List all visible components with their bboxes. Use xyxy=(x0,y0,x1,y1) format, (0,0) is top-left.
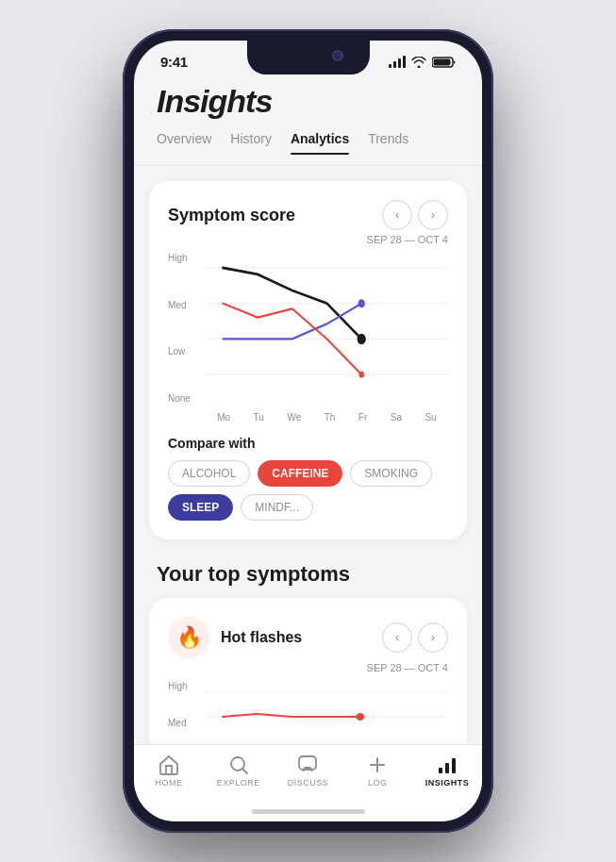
mini-chart-svg xyxy=(206,681,448,728)
svg-point-11 xyxy=(357,713,365,721)
x-label-su: Su xyxy=(425,412,436,423)
nav-home[interactable]: HOME xyxy=(134,754,204,787)
next-date-button[interactable]: › xyxy=(418,200,448,230)
tab-bar: Overview History Analytics Trends xyxy=(134,131,482,166)
pill-alcohol[interactable]: ALCOHOL xyxy=(168,460,250,487)
status-time: 9:41 xyxy=(160,54,188,70)
nav-discuss-label: DISCUSS xyxy=(288,778,329,787)
svg-point-7 xyxy=(358,299,365,307)
tab-history[interactable]: History xyxy=(230,131,272,154)
log-icon xyxy=(367,754,388,775)
compare-pills: ALCOHOL CAFFEINE SMOKING SLEEP MINDF... xyxy=(168,460,448,521)
symptom-next-button[interactable]: › xyxy=(418,622,448,653)
svg-rect-14 xyxy=(439,768,442,773)
pill-smoking[interactable]: SMOKING xyxy=(350,460,432,487)
y-label-high: High xyxy=(168,253,202,263)
y-label-low: Low xyxy=(168,346,202,356)
home-icon xyxy=(158,754,180,775)
notch xyxy=(247,41,370,75)
battery-icon xyxy=(432,57,456,68)
explore-icon xyxy=(228,754,249,775)
hot-flashes-icon: 🔥 xyxy=(168,617,209,658)
mini-y-high: High xyxy=(168,681,202,691)
prev-date-button[interactable]: ‹ xyxy=(382,200,412,230)
nav-insights-label: INSIGHTS xyxy=(425,778,470,787)
pill-mindfulness[interactable]: MINDF... xyxy=(241,494,313,521)
x-label-tu: Tu xyxy=(254,412,264,423)
nav-home-label: HOME xyxy=(155,778,182,787)
tab-analytics[interactable]: Analytics xyxy=(291,131,349,154)
status-icons xyxy=(389,56,456,68)
y-label-none: None xyxy=(168,393,202,404)
phone-screen: 9:41 xyxy=(134,41,482,821)
tab-trends[interactable]: Trends xyxy=(368,131,408,154)
symptom-mini-chart: High Med xyxy=(168,681,448,747)
pill-caffeine[interactable]: CAFFEINE xyxy=(258,460,342,487)
discuss-icon xyxy=(297,754,318,775)
symptom-card-date-range: SEP 28 — OCT 4 xyxy=(168,662,448,673)
chart-svg xyxy=(206,253,448,404)
nav-insights[interactable]: INSIGHTS xyxy=(412,754,482,787)
x-label-sa: Sa xyxy=(391,412,402,423)
svg-rect-15 xyxy=(445,763,449,773)
nav-discuss[interactable]: DISCUSS xyxy=(274,754,343,787)
nav-explore[interactable]: EXPLORE xyxy=(204,754,274,787)
wifi-icon xyxy=(411,57,426,68)
main-content: Insights Overview History Analytics Tren… xyxy=(134,75,482,779)
symptom-prev-button[interactable]: ‹ xyxy=(382,622,412,653)
page-title: Insights xyxy=(134,75,482,131)
insights-icon xyxy=(437,754,458,775)
cellular-signal-icon xyxy=(389,56,406,68)
nav-log-label: LOG xyxy=(368,778,388,787)
symptom-nav-buttons: ‹ › xyxy=(382,622,448,653)
chart-y-labels: High Med Low None xyxy=(168,253,202,404)
symptom-score-card: Symptom score ‹ › SEP 28 — OCT 4 High Me… xyxy=(149,181,467,539)
symptom-chart: High Med Low None xyxy=(168,253,448,423)
card-title: Symptom score xyxy=(168,206,295,225)
x-label-mo: Mo xyxy=(217,412,230,423)
svg-rect-16 xyxy=(452,758,456,773)
svg-rect-1 xyxy=(434,58,451,65)
x-label-we: We xyxy=(287,412,301,423)
front-camera xyxy=(332,50,343,61)
nav-explore-label: EXPLORE xyxy=(217,778,260,787)
home-indicator xyxy=(252,809,365,814)
x-label-th: Th xyxy=(325,412,336,423)
svg-point-6 xyxy=(358,334,366,344)
chart-x-labels: Mo Tu We Th Fr Sa Su xyxy=(206,412,448,423)
nav-log[interactable]: LOG xyxy=(342,754,412,787)
hot-flashes-card: 🔥 Hot flashes ‹ › SEP 28 — OCT 4 High Me… xyxy=(149,598,467,766)
pill-sleep[interactable]: SLEEP xyxy=(168,494,233,521)
svg-point-8 xyxy=(358,372,364,378)
mini-y-med: Med xyxy=(168,718,202,728)
symptom-left: 🔥 Hot flashes xyxy=(168,617,302,658)
card-header: Symptom score ‹ › xyxy=(168,200,448,230)
y-label-med: Med xyxy=(168,300,202,310)
x-label-fr: Fr xyxy=(358,412,367,423)
top-symptoms-title: Your top symptoms xyxy=(134,555,482,598)
phone-frame: 9:41 xyxy=(123,29,493,833)
symptom-name: Hot flashes xyxy=(221,629,302,646)
symptom-date-range: SEP 28 — OCT 4 xyxy=(168,234,448,245)
tab-overview[interactable]: Overview xyxy=(157,131,211,154)
date-nav-buttons: ‹ › xyxy=(382,200,448,230)
symptom-header: 🔥 Hot flashes ‹ › xyxy=(168,617,448,658)
compare-title: Compare with xyxy=(168,436,448,451)
